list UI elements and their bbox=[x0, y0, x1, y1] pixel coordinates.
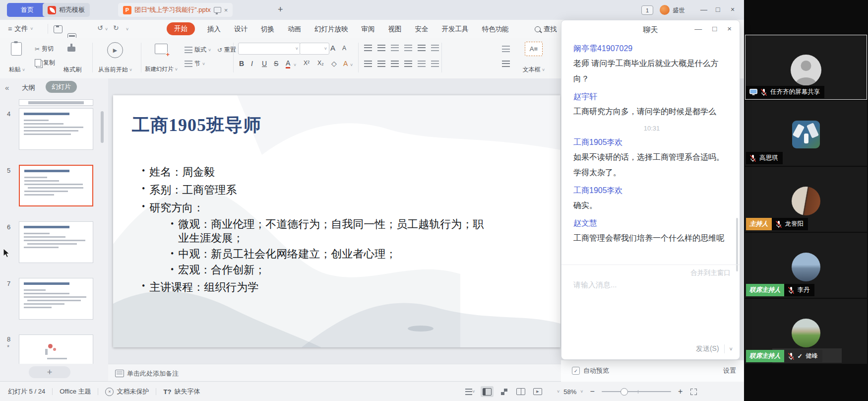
menu-tab-view[interactable]: 视图 bbox=[388, 25, 402, 34]
cut-button[interactable]: ✂剪切 bbox=[35, 45, 54, 53]
chat-scrollbar[interactable] bbox=[736, 218, 738, 271]
boss-key-badge[interactable]: 1 bbox=[641, 5, 653, 15]
chat-maximize-icon[interactable]: □ bbox=[712, 24, 717, 33]
menu-tab-design[interactable]: 设计 bbox=[234, 25, 248, 34]
send-button[interactable]: 发送(S) bbox=[696, 344, 719, 353]
menu-tab-animation[interactable]: 动画 bbox=[288, 25, 301, 34]
format-painter-button[interactable] bbox=[67, 44, 75, 52]
tab-outline[interactable]: 大纲 bbox=[22, 83, 35, 92]
new-slide-label[interactable]: 新建幻灯片 ˅ bbox=[144, 66, 179, 73]
normal-view-icon[interactable] bbox=[481, 386, 494, 397]
notes-placeholder[interactable]: 单击此处添加备注 bbox=[127, 369, 179, 378]
ribbon-options-icon[interactable]: ˅ bbox=[126, 27, 128, 32]
account-avatar[interactable] bbox=[660, 5, 670, 15]
increase-font-icon[interactable]: A bbox=[330, 44, 335, 52]
play-from-current-label[interactable]: 从当前开始 ˅ bbox=[94, 66, 136, 74]
decrease-indent-icon[interactable] bbox=[391, 45, 399, 51]
participant-tile-cohost[interactable]: 联席主持人 ✓ 健峰 bbox=[745, 299, 867, 364]
text-effects-dropdown-icon[interactable]: ˅ bbox=[350, 63, 353, 67]
play-from-current-icon[interactable]: ▶ bbox=[107, 42, 123, 58]
slide-sorter-icon[interactable] bbox=[497, 386, 510, 397]
undo-icon[interactable]: ↺ bbox=[97, 24, 103, 32]
align-left-icon[interactable] bbox=[364, 61, 372, 67]
font-color-button[interactable]: A bbox=[286, 60, 290, 68]
new-slide-icon[interactable] bbox=[155, 44, 168, 54]
chat-input[interactable]: 请输入消息... bbox=[573, 280, 617, 290]
font-size-select[interactable]: ˅ bbox=[300, 43, 329, 55]
theme-name[interactable]: Office 主题 bbox=[60, 387, 91, 396]
tab-home[interactable]: 首页 bbox=[7, 3, 48, 17]
text-direction-icon[interactable] bbox=[431, 45, 439, 51]
textbox-label[interactable]: 文本框 ˅ bbox=[520, 66, 548, 74]
zoom-in-icon[interactable]: + bbox=[678, 387, 682, 396]
align-right-icon[interactable] bbox=[391, 61, 399, 67]
search-box[interactable]: 查找 bbox=[535, 25, 557, 34]
reading-view-icon[interactable] bbox=[514, 386, 527, 397]
restore-button[interactable]: □ bbox=[716, 5, 720, 13]
close-button[interactable]: × bbox=[731, 5, 735, 13]
zoom-slider-handle[interactable] bbox=[620, 388, 628, 396]
menu-tab-home[interactable]: 开始 bbox=[167, 22, 195, 35]
slide-thumbnail-partial[interactable] bbox=[19, 99, 93, 106]
tab-slides[interactable]: 幻灯片 bbox=[46, 81, 77, 93]
tab-docer-template[interactable]: 稻壳模板 bbox=[43, 3, 90, 17]
settings-button[interactable]: 设置 bbox=[723, 366, 736, 375]
zoom-dropdown-icon[interactable]: ˅ bbox=[580, 389, 583, 394]
slideshow-icon[interactable]: ▶ bbox=[531, 386, 544, 397]
minimize-button[interactable]: — bbox=[700, 5, 707, 13]
layout-button[interactable]: 版式˅ bbox=[185, 46, 211, 54]
line-spacing-icon[interactable] bbox=[418, 45, 426, 51]
textbox-icon[interactable]: A≡ bbox=[525, 42, 543, 56]
tab-close-icon[interactable]: × bbox=[224, 6, 228, 14]
zoom-slider[interactable] bbox=[602, 391, 671, 392]
add-slide-button[interactable]: + bbox=[29, 366, 70, 378]
slide-editor[interactable]: 工商1905班导师 •姓名：周金毅 •系别：工商管理系 •研究方向： •微观：商… bbox=[113, 95, 560, 347]
format-painter-label[interactable]: 格式刷 bbox=[59, 66, 86, 74]
tab-document[interactable]: P 团日“线上学习我能行”.pptx × bbox=[118, 3, 233, 17]
menu-tab-devtools[interactable]: 开发工具 bbox=[442, 25, 469, 34]
slide-thumbnail-6[interactable] bbox=[19, 221, 93, 263]
menu-tab-review[interactable]: 审阅 bbox=[362, 25, 375, 34]
chat-message-list[interactable]: 阚亭霏41907029 老师 请问学工商毕业后就业大概是什么方向？ 赵宇轩 工商… bbox=[573, 38, 730, 246]
increase-indent-icon[interactable] bbox=[404, 45, 412, 51]
auto-preview-checkbox[interactable]: ✓ 自动预览 bbox=[572, 366, 609, 375]
strikethrough-button[interactable]: S bbox=[274, 60, 278, 67]
text-align-vertical-icon[interactable] bbox=[502, 46, 510, 52]
thumbnail-scrollbar[interactable] bbox=[101, 111, 104, 143]
clear-format-icon[interactable]: ◇ bbox=[331, 60, 337, 67]
collapse-panel-icon[interactable]: « bbox=[5, 83, 9, 92]
present-mode-icon[interactable] bbox=[214, 7, 221, 13]
zoom-level[interactable]: 58% bbox=[563, 388, 576, 396]
participant-tile-cohost[interactable]: 联席主持人 李丹 bbox=[745, 233, 867, 298]
menu-tab-security[interactable]: 安全 bbox=[415, 25, 429, 34]
new-tab-button[interactable]: + bbox=[278, 4, 283, 15]
font-name-select[interactable]: ˅ bbox=[238, 43, 301, 55]
menu-tab-insert[interactable]: 插入 bbox=[207, 25, 221, 34]
send-options-icon[interactable]: ˅ bbox=[730, 346, 733, 352]
superscript-button[interactable]: X² bbox=[304, 60, 310, 67]
undo-dropdown-icon[interactable]: ˅ bbox=[105, 27, 108, 32]
notes-toggle-icon[interactable]: ˅ bbox=[464, 386, 477, 397]
copy-button[interactable]: 复制 bbox=[35, 59, 55, 67]
redo-icon[interactable]: ↻ bbox=[113, 24, 119, 32]
save-icon[interactable] bbox=[54, 25, 62, 33]
text-effects-icon[interactable]: A bbox=[343, 60, 348, 67]
slide-thumbnail-7[interactable] bbox=[19, 278, 93, 320]
columns-icon[interactable] bbox=[431, 61, 439, 67]
subscript-button[interactable]: X₂ bbox=[317, 60, 324, 67]
fit-to-window-icon[interactable] bbox=[690, 389, 697, 395]
missing-font-status[interactable]: T? 缺失字体 bbox=[163, 387, 200, 396]
menu-tab-slideshow[interactable]: 幻灯片放映 bbox=[314, 25, 348, 34]
underline-button[interactable]: U bbox=[262, 60, 267, 67]
slide-thumbnail-4[interactable] bbox=[19, 108, 93, 150]
slide-thumbnail-5-selected[interactable] bbox=[19, 165, 93, 206]
participant-tile-screenshare[interactable]: 任齐齐的屏幕共享 bbox=[745, 35, 867, 100]
decrease-font-icon[interactable]: A bbox=[342, 45, 346, 52]
menu-tab-features[interactable]: 特色功能 bbox=[482, 25, 509, 34]
justify-icon[interactable] bbox=[404, 61, 412, 67]
zoom-out-icon[interactable]: − bbox=[590, 387, 595, 396]
bullet-list-icon[interactable] bbox=[364, 45, 372, 51]
paste-label[interactable]: 粘贴 ˅ bbox=[4, 66, 30, 74]
bold-button[interactable]: B bbox=[239, 60, 244, 67]
protection-status[interactable]: × 文档未保护 bbox=[105, 387, 149, 396]
